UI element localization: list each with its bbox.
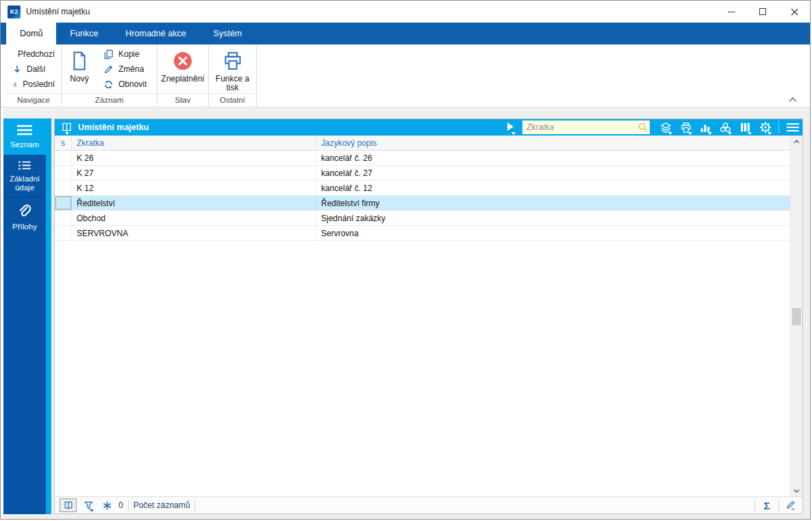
table-body: K 26 kancelář č. 26 K 27 kancelář č. 27 … [55,151,802,241]
workspace: Seznam Základní údaje Přílohy Umístění m… [1,108,810,519]
column-header-jazykovy-popis[interactable]: Jazykový popis [316,136,790,150]
panel-header: Umístění majetku [55,119,802,136]
table-row[interactable]: Obchod Sjednání zakázky [55,211,790,226]
status-separator [194,500,195,511]
cell-jazykovy-popis: Ředitelství firmy [316,196,790,210]
run-filter-button[interactable] [503,120,518,135]
close-button[interactable] [778,1,810,23]
ribbon-group-ostatni: Funkce a tisk Ostatní [209,45,257,107]
chevron-down-icon [728,132,732,135]
list-icon [16,124,34,136]
chevron-down-icon [708,132,712,135]
maximize-button[interactable] [747,1,778,23]
chevron-down-icon [511,132,516,135]
status-separator [754,500,755,511]
group-caption-stav: Stav [157,93,208,107]
filter-count: 0 [118,500,123,510]
chart-button[interactable] [698,120,713,135]
vertical-scrollbar[interactable] [790,136,802,496]
table-row[interactable]: K 27 kancelář č. 27 [55,166,790,181]
scroll-down-button[interactable] [791,485,802,496]
record-count-label: Počet záznamů [134,500,190,510]
chevron-up-icon [788,97,798,103]
ribbon-group-navigace: Předchozí Další Poslední Navigace [6,45,62,107]
scrollbar-thumb[interactable] [792,308,801,325]
sidebar-item-zakladni-udaje[interactable]: Základní údaje [3,155,46,198]
tab-hromadne-akce[interactable]: Hromadné akce [112,23,199,45]
pencil-icon [785,500,796,511]
invalidate-button[interactable]: Zneplatnění [158,47,208,93]
pencil-icon [103,64,114,75]
functions-and-print-button[interactable]: Funkce a tisk [211,47,255,93]
sidebar-item-prilohy[interactable]: Přílohy [3,198,46,240]
detail-list-icon [16,160,33,170]
play-triangle-icon [507,123,513,131]
chevron-down-icon [688,132,692,135]
table-row[interactable]: K 12 kancelář č. 12 [55,181,790,196]
change-record-button[interactable]: Změna [97,62,153,77]
scroll-up-button[interactable] [791,136,802,147]
print-button[interactable] [678,120,694,135]
last-record-button[interactable]: Poslední [6,77,61,92]
paperclip-icon [17,203,32,218]
menu-button[interactable] [785,120,800,135]
asterisk-icon [102,500,112,511]
arrow-down-to-bar-icon [12,79,18,89]
chevron-down-icon [668,132,672,135]
book-view-button[interactable] [59,120,74,135]
window-title: Umístění majetku [26,7,90,16]
close-icon [791,8,798,16]
status-separator [128,500,129,511]
chevron-down-icon [748,132,752,135]
refresh-icon [103,79,114,90]
columns-button[interactable] [737,120,753,135]
chevron-up-icon [794,140,800,144]
search-input[interactable] [526,123,638,132]
group-caption-zaznam: Záznam [62,93,157,107]
title-bar: K2 Umístění majetku [1,1,810,23]
panel-title: Umístění majetku [78,123,149,132]
tab-system[interactable]: Systém [200,23,256,45]
app-window: K2 Umístění majetku Domů Funkce Hromadné… [0,0,811,520]
cell-zkratka: K 27 [72,166,316,180]
sum-button[interactable]: Σ [760,498,774,512]
column-header-s[interactable]: s [55,136,72,150]
table-row[interactable]: SERVROVNA Servrovna [55,226,790,241]
arrow-down-icon [12,64,22,74]
cell-zkratka: K 26 [72,151,316,165]
cell-zkratka: SERVROVNA [72,226,316,240]
new-record-button[interactable]: Nový [62,47,97,93]
book-view-toggle[interactable] [60,498,77,512]
ribbon-tab-bar: Domů Funkce Hromadné akce Systém [1,23,810,45]
table-row[interactable]: K 26 kancelář č. 26 [55,151,790,166]
next-record-button[interactable]: Další [6,62,61,77]
table-row-selected[interactable]: Ředitelství Ředitelství firmy [55,196,790,211]
relations-button[interactable] [718,120,733,135]
edit-button[interactable] [784,498,798,512]
cell-jazykovy-popis: Sjednání zakázky [316,211,790,225]
chevron-down-icon [65,132,69,135]
chevron-down-icon [767,132,772,135]
previous-record-button[interactable]: Předchozí [6,47,61,62]
tab-funkce[interactable]: Funkce [56,23,112,45]
status-separator [778,500,779,511]
settings-button[interactable] [757,120,773,135]
chevron-down-icon [794,489,800,493]
active-conditions-button[interactable] [100,498,114,512]
chevron-down-icon [90,509,94,512]
panel-status-bar: 0 Počet záznamů Σ [55,496,802,513]
group-caption-ostatni: Ostatní [209,93,256,107]
open-book-icon [63,500,74,510]
toolbar-separator [778,121,779,134]
table-header: s Zkratka Jazykový popis [55,136,790,151]
cell-jazykovy-popis: kancelář č. 27 [316,166,790,180]
refresh-record-button[interactable]: Obnovit [97,77,153,92]
column-header-zkratka[interactable]: Zkratka [72,136,316,150]
tab-domu[interactable]: Domů [6,23,56,45]
filter-button[interactable] [81,498,95,512]
layers-button[interactable] [658,120,674,135]
collapse-ribbon-button[interactable] [787,94,799,104]
minimize-button[interactable] [715,1,747,23]
sidebar-item-seznam[interactable]: Seznam [3,118,46,155]
copy-record-button[interactable]: Kopie [97,47,153,62]
